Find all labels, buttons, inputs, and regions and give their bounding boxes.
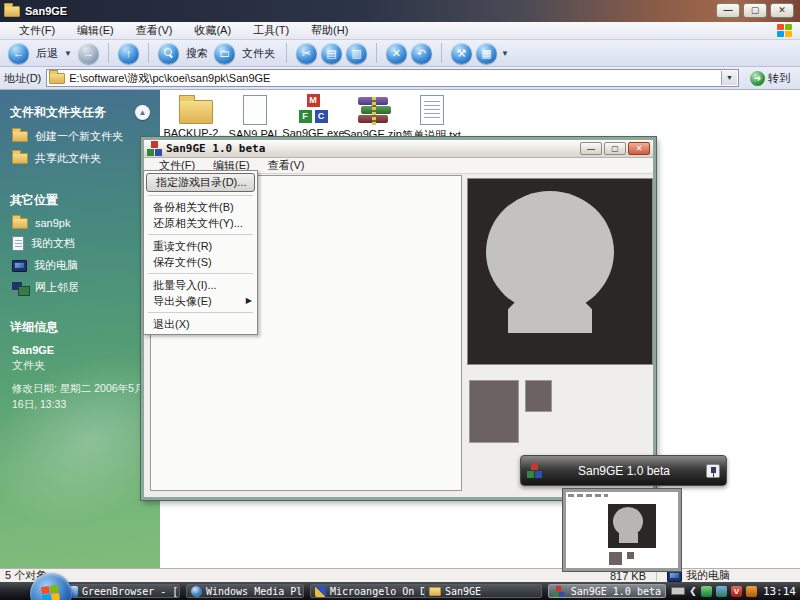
tray-icon-antivirus[interactable]: V bbox=[731, 586, 742, 597]
menu-item-restore-files[interactable]: 还原相关文件(Y)... bbox=[144, 215, 257, 231]
file-item[interactable]: San9GE.zip bbox=[343, 94, 402, 143]
search-button[interactable] bbox=[158, 43, 179, 64]
file-item[interactable]: SAN9.PAL bbox=[225, 94, 284, 143]
minimize-button[interactable]: — bbox=[716, 3, 740, 18]
sidebar-item-share-folder[interactable]: 共享此文件夹 bbox=[12, 151, 150, 166]
keyboard-layout-icon[interactable] bbox=[671, 587, 685, 595]
app-close-button[interactable]: ✕ bbox=[628, 142, 650, 155]
section-file-folder-tasks: 文件和文件夹任务 ▲ 创建一个新文件夹 共享此文件夹 bbox=[10, 104, 150, 166]
up-button[interactable]: ↑ bbox=[118, 43, 139, 64]
delete-button[interactable]: ✕ bbox=[386, 43, 407, 64]
forward-button[interactable]: → bbox=[78, 43, 99, 64]
back-dropdown-icon[interactable]: ▼ bbox=[64, 49, 72, 58]
file-item[interactable]: 简单说明.txt bbox=[402, 94, 461, 143]
search-label: 搜索 bbox=[186, 46, 208, 61]
menu-help[interactable]: 帮助(H) bbox=[300, 22, 359, 39]
windows-logo-icon bbox=[777, 24, 792, 37]
sidebar-item-new-folder[interactable]: 创建一个新文件夹 bbox=[12, 129, 150, 144]
menu-view[interactable]: 查看(V) bbox=[125, 22, 184, 39]
copy-button[interactable]: ▤ bbox=[321, 43, 342, 64]
computer-icon bbox=[667, 570, 682, 582]
back-button[interactable]: ← bbox=[8, 43, 29, 64]
explorer-task-pane: 文件和文件夹任务 ▲ 创建一个新文件夹 共享此文件夹 其它位置 bbox=[0, 90, 160, 568]
close-button[interactable]: ✕ bbox=[770, 3, 794, 18]
winrar-archive-icon bbox=[358, 97, 388, 125]
address-input[interactable]: E:\software\游戏\pc\koei\san9pk\San9GE ▼ bbox=[46, 69, 739, 87]
menu-tools[interactable]: 工具(T) bbox=[242, 22, 300, 39]
menu-item-export-portrait[interactable]: 导出头像(E) ▶ bbox=[144, 293, 257, 309]
tools-button[interactable]: ⚒ bbox=[451, 43, 472, 64]
back-label: 后退 bbox=[36, 46, 58, 61]
system-tray: ❮ V 13:14 bbox=[671, 582, 796, 600]
sidebar-item-san9pk[interactable]: san9pk bbox=[12, 217, 150, 229]
paste-button[interactable]: ▥ bbox=[346, 43, 367, 64]
address-dropdown-button[interactable]: ▼ bbox=[721, 71, 737, 85]
sidebar-item-label: 我的文档 bbox=[31, 236, 75, 251]
sidebar-item-my-computer[interactable]: 我的电脑 bbox=[12, 258, 150, 273]
views-button[interactable]: ▦ bbox=[476, 43, 497, 64]
media-player-icon bbox=[191, 586, 202, 597]
sidebar-item-network-places[interactable]: 网上邻居 bbox=[12, 280, 150, 295]
sidebar-item-label: 共享此文件夹 bbox=[35, 151, 101, 166]
app-titlebar[interactable]: San9GE 1.0 beta — ▢ ✕ bbox=[144, 140, 653, 158]
taskbar-button-greenbrowser[interactable]: GreenBrowser - [... bbox=[62, 584, 180, 598]
menu-favorites[interactable]: 收藏(A) bbox=[183, 22, 242, 39]
file-item[interactable]: MFC San9GE.exe bbox=[284, 94, 343, 143]
thumbnail-silhouette bbox=[613, 507, 643, 536]
explorer-titlebar[interactable]: San9GE — ▢ ✕ bbox=[0, 0, 800, 22]
portrait-silhouette-base bbox=[508, 299, 592, 333]
app-menu-view[interactable]: 查看(V) bbox=[259, 158, 314, 173]
folders-button[interactable]: 🗀 bbox=[214, 43, 235, 64]
taskbar-button-label: San9GE 1.0 beta bbox=[571, 586, 661, 597]
file-item[interactable]: BACKUP-2... bbox=[166, 94, 225, 143]
taskbar-button-microangelo[interactable]: Microangelo On D... bbox=[310, 584, 428, 598]
menu-item-set-game-directory[interactable]: 指定游戏目录(D)... bbox=[146, 173, 255, 192]
explorer-addressbar: 地址(D) E:\software\游戏\pc\koei\san9pk\San9… bbox=[0, 67, 800, 90]
tray-icon-1[interactable] bbox=[701, 586, 712, 597]
sidebar-item-my-documents[interactable]: 我的文档 bbox=[12, 236, 150, 251]
folder-icon bbox=[4, 6, 20, 17]
menu-item-backup-files[interactable]: 备份相关文件(B) bbox=[144, 199, 257, 215]
share-folder-icon bbox=[12, 153, 28, 164]
app-icon bbox=[553, 585, 563, 596]
thumbnail-swatch-small bbox=[627, 552, 634, 559]
taskbar-button-san9ge-app[interactable]: San9GE 1.0 beta bbox=[548, 584, 666, 598]
cut-button[interactable]: ✂ bbox=[296, 43, 317, 64]
menu-item-batch-import[interactable]: 批量导入(I)... bbox=[144, 277, 257, 293]
sidebar-item-label: san9pk bbox=[35, 217, 70, 229]
pin-icon[interactable] bbox=[706, 464, 720, 478]
tray-icon-4[interactable] bbox=[746, 586, 757, 597]
views-dropdown-icon[interactable]: ▼ bbox=[501, 49, 509, 58]
menu-item-reload-file[interactable]: 重读文件(R) bbox=[144, 238, 257, 254]
app-minimize-button[interactable]: — bbox=[580, 142, 602, 155]
menu-file[interactable]: 文件(F) bbox=[8, 22, 66, 39]
menu-edit[interactable]: 编辑(E) bbox=[66, 22, 125, 39]
mfc-app-icon: MFC bbox=[299, 94, 329, 124]
toolbar-separator bbox=[286, 43, 287, 63]
portrait-silhouette bbox=[486, 191, 614, 313]
menu-separator bbox=[148, 195, 253, 196]
sidebar-item-label: 网上邻居 bbox=[35, 280, 79, 295]
menu-separator bbox=[148, 312, 253, 313]
folder-icon bbox=[429, 587, 441, 596]
chevron-up-icon[interactable]: ▲ bbox=[135, 105, 150, 120]
text-file-icon bbox=[420, 95, 444, 125]
address-path: E:\software\游戏\pc\koei\san9pk\San9GE bbox=[69, 71, 270, 86]
undo-button[interactable]: ↶ bbox=[411, 43, 432, 64]
tray-collapse-icon[interactable]: ❮ bbox=[689, 586, 697, 596]
section-title: 其它位置 bbox=[10, 192, 58, 209]
taskbar-button-label: Microangelo On D... bbox=[330, 586, 428, 597]
window-thumbnail-preview[interactable] bbox=[563, 489, 681, 571]
taskbar-button-wmp[interactable]: Windows Media Pl... bbox=[186, 584, 304, 598]
tray-icon-2[interactable] bbox=[716, 586, 727, 597]
maximize-button[interactable]: ▢ bbox=[743, 3, 767, 18]
menu-item-save-file[interactable]: 保存文件(S) bbox=[144, 254, 257, 270]
go-button[interactable]: ➜ 转到 bbox=[744, 71, 796, 86]
menu-item-exit[interactable]: 退出(X) bbox=[144, 316, 257, 332]
menu-item-label: 导出头像(E) bbox=[153, 295, 212, 307]
file-menu-dropdown: 指定游戏目录(D)... 备份相关文件(B) 还原相关文件(Y)... 重读文件… bbox=[143, 170, 258, 335]
app-maximize-button[interactable]: ▢ bbox=[604, 142, 626, 155]
taskbar-button-san9ge-folder[interactable]: San9GE bbox=[424, 584, 542, 598]
taskbar-button-label: Windows Media Pl... bbox=[206, 586, 304, 597]
computer-icon bbox=[12, 260, 27, 272]
